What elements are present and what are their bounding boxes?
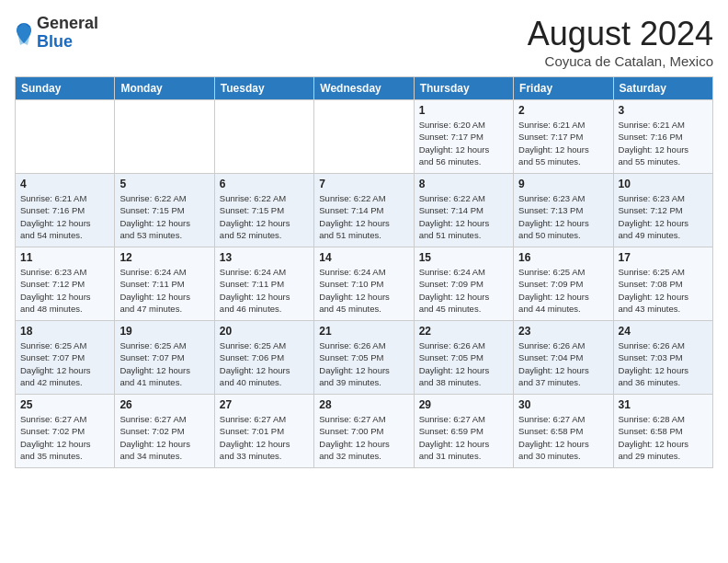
title-block: August 2024 Coyuca de Catalan, Mexico (528, 15, 713, 69)
month-title: August 2024 (528, 15, 713, 53)
logo-text: General Blue (37, 15, 98, 52)
calendar-cell (314, 100, 414, 174)
calendar-cell: 29Sunrise: 6:27 AM Sunset: 6:59 PM Dayli… (414, 395, 513, 468)
day-info: Sunrise: 6:25 AM Sunset: 7:08 PM Dayligh… (619, 266, 708, 315)
calendar-cell: 12Sunrise: 6:24 AM Sunset: 7:11 PM Dayli… (115, 247, 214, 321)
day-number: 15 (419, 251, 508, 264)
weekday-header-monday: Monday (115, 77, 214, 100)
day-info: Sunrise: 6:24 AM Sunset: 7:09 PM Dayligh… (419, 266, 508, 315)
day-info: Sunrise: 6:23 AM Sunset: 7:12 PM Dayligh… (20, 266, 109, 315)
calendar-header: SundayMondayTuesdayWednesdayThursdayFrid… (16, 77, 713, 100)
logo-blue-text: Blue (37, 33, 98, 52)
day-number: 29 (419, 398, 508, 411)
day-info: Sunrise: 6:22 AM Sunset: 7:14 PM Dayligh… (319, 192, 408, 241)
calendar-cell (115, 100, 214, 174)
calendar-cell (16, 100, 115, 174)
calendar-cell: 18Sunrise: 6:25 AM Sunset: 7:07 PM Dayli… (16, 321, 115, 395)
day-number: 25 (20, 398, 109, 411)
day-number: 5 (119, 178, 209, 190)
calendar-cell (214, 100, 313, 174)
calendar-cell: 14Sunrise: 6:24 AM Sunset: 7:10 PM Dayli… (314, 247, 414, 321)
weekday-header-tuesday: Tuesday (214, 77, 313, 100)
weekday-header-sunday: Sunday (16, 77, 115, 100)
calendar-body: 1Sunrise: 6:20 AM Sunset: 7:17 PM Daylig… (16, 100, 713, 468)
calendar-cell: 25Sunrise: 6:27 AM Sunset: 7:02 PM Dayli… (16, 395, 115, 468)
calendar-week-row: 1Sunrise: 6:20 AM Sunset: 7:17 PM Daylig… (16, 100, 713, 174)
day-number: 30 (518, 398, 608, 411)
day-info: Sunrise: 6:26 AM Sunset: 7:04 PM Dayligh… (518, 339, 608, 388)
calendar-cell: 9Sunrise: 6:23 AM Sunset: 7:13 PM Daylig… (514, 174, 613, 247)
day-number: 16 (518, 251, 608, 264)
day-info: Sunrise: 6:20 AM Sunset: 7:17 PM Dayligh… (419, 119, 508, 167)
day-number: 6 (220, 178, 309, 190)
logo-general-text: General (37, 15, 98, 33)
day-number: 7 (319, 178, 408, 190)
day-info: Sunrise: 6:24 AM Sunset: 7:11 PM Dayligh… (119, 266, 209, 315)
day-number: 27 (220, 398, 309, 411)
calendar-cell: 30Sunrise: 6:27 AM Sunset: 6:58 PM Dayli… (514, 395, 613, 468)
calendar-cell: 27Sunrise: 6:27 AM Sunset: 7:01 PM Dayli… (214, 395, 313, 468)
logo-icon (15, 21, 33, 47)
day-info: Sunrise: 6:21 AM Sunset: 7:17 PM Dayligh… (518, 119, 608, 167)
calendar-cell: 17Sunrise: 6:25 AM Sunset: 7:08 PM Dayli… (613, 247, 712, 321)
day-number: 22 (419, 325, 508, 338)
calendar-cell: 10Sunrise: 6:23 AM Sunset: 7:12 PM Dayli… (613, 174, 712, 247)
calendar-week-row: 4Sunrise: 6:21 AM Sunset: 7:16 PM Daylig… (16, 174, 713, 247)
day-info: Sunrise: 6:26 AM Sunset: 7:05 PM Dayligh… (319, 339, 408, 388)
day-info: Sunrise: 6:27 AM Sunset: 7:02 PM Dayligh… (20, 413, 109, 462)
calendar-cell: 19Sunrise: 6:25 AM Sunset: 7:07 PM Dayli… (115, 321, 214, 395)
day-number: 3 (619, 104, 708, 117)
calendar-cell: 3Sunrise: 6:21 AM Sunset: 7:16 PM Daylig… (613, 100, 712, 174)
day-number: 31 (619, 398, 708, 411)
calendar-cell: 6Sunrise: 6:22 AM Sunset: 7:15 PM Daylig… (214, 174, 313, 247)
calendar-cell: 24Sunrise: 6:26 AM Sunset: 7:03 PM Dayli… (613, 321, 712, 395)
day-number: 19 (119, 325, 209, 338)
day-number: 26 (119, 398, 209, 411)
calendar-cell: 5Sunrise: 6:22 AM Sunset: 7:15 PM Daylig… (115, 174, 214, 247)
calendar-cell: 8Sunrise: 6:22 AM Sunset: 7:14 PM Daylig… (414, 174, 513, 247)
day-info: Sunrise: 6:27 AM Sunset: 7:00 PM Dayligh… (319, 413, 408, 462)
day-number: 20 (220, 325, 309, 338)
location-subtitle: Coyuca de Catalan, Mexico (528, 53, 713, 69)
day-number: 24 (619, 325, 708, 338)
calendar-cell: 13Sunrise: 6:24 AM Sunset: 7:11 PM Dayli… (214, 247, 313, 321)
day-info: Sunrise: 6:22 AM Sunset: 7:14 PM Dayligh… (419, 192, 508, 241)
day-info: Sunrise: 6:22 AM Sunset: 7:15 PM Dayligh… (220, 192, 309, 241)
weekday-header-wednesday: Wednesday (314, 77, 414, 100)
day-info: Sunrise: 6:23 AM Sunset: 7:12 PM Dayligh… (619, 192, 708, 241)
day-info: Sunrise: 6:26 AM Sunset: 7:03 PM Dayligh… (619, 339, 708, 388)
day-number: 13 (220, 251, 309, 264)
day-info: Sunrise: 6:28 AM Sunset: 6:58 PM Dayligh… (619, 413, 708, 462)
day-info: Sunrise: 6:23 AM Sunset: 7:13 PM Dayligh… (518, 192, 608, 241)
calendar-cell: 20Sunrise: 6:25 AM Sunset: 7:06 PM Dayli… (214, 321, 313, 395)
calendar-cell: 31Sunrise: 6:28 AM Sunset: 6:58 PM Dayli… (613, 395, 712, 468)
calendar-week-row: 25Sunrise: 6:27 AM Sunset: 7:02 PM Dayli… (16, 395, 713, 468)
day-info: Sunrise: 6:24 AM Sunset: 7:10 PM Dayligh… (319, 266, 408, 315)
calendar-week-row: 18Sunrise: 6:25 AM Sunset: 7:07 PM Dayli… (16, 321, 713, 395)
day-number: 2 (518, 104, 608, 117)
calendar-cell: 21Sunrise: 6:26 AM Sunset: 7:05 PM Dayli… (314, 321, 414, 395)
calendar-cell: 26Sunrise: 6:27 AM Sunset: 7:02 PM Dayli… (115, 395, 214, 468)
day-number: 1 (419, 104, 508, 117)
calendar-cell: 15Sunrise: 6:24 AM Sunset: 7:09 PM Dayli… (414, 247, 513, 321)
day-info: Sunrise: 6:25 AM Sunset: 7:07 PM Dayligh… (119, 339, 209, 388)
logo: General Blue (15, 15, 98, 52)
day-number: 9 (518, 178, 608, 190)
day-number: 14 (319, 251, 408, 264)
weekday-header-saturday: Saturday (613, 77, 712, 100)
calendar-cell: 16Sunrise: 6:25 AM Sunset: 7:09 PM Dayli… (514, 247, 613, 321)
day-number: 12 (119, 251, 209, 264)
day-number: 21 (319, 325, 408, 338)
page-header: General Blue August 2024 Coyuca de Catal… (15, 15, 713, 69)
calendar-cell: 28Sunrise: 6:27 AM Sunset: 7:00 PM Dayli… (314, 395, 414, 468)
calendar-cell: 4Sunrise: 6:21 AM Sunset: 7:16 PM Daylig… (16, 174, 115, 247)
day-info: Sunrise: 6:27 AM Sunset: 6:59 PM Dayligh… (419, 413, 508, 462)
day-info: Sunrise: 6:27 AM Sunset: 7:01 PM Dayligh… (220, 413, 309, 462)
weekday-header-thursday: Thursday (414, 77, 513, 100)
day-number: 17 (619, 251, 708, 264)
day-number: 10 (619, 178, 708, 190)
day-info: Sunrise: 6:27 AM Sunset: 6:58 PM Dayligh… (518, 413, 608, 462)
calendar-table: SundayMondayTuesdayWednesdayThursdayFrid… (15, 76, 713, 468)
day-info: Sunrise: 6:22 AM Sunset: 7:15 PM Dayligh… (119, 192, 209, 241)
weekday-header-friday: Friday (514, 77, 613, 100)
